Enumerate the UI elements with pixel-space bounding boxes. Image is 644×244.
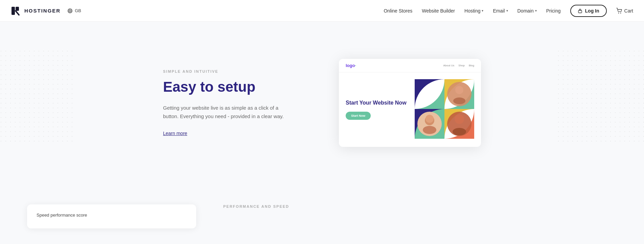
chevron-down-icon: ▾ [535, 9, 537, 13]
mockup-cta-button: Start Now [346, 112, 371, 120]
mockup-text-area: Start Your Website Now Start Now [346, 99, 409, 120]
svg-point-23 [455, 114, 464, 124]
login-button[interactable]: Log In [570, 5, 607, 17]
mockup-logo: logo· [346, 63, 356, 68]
easy-setup-text-area: SIMPLE AND INTUITIVE Easy to setup Getti… [163, 69, 312, 136]
main-content: SIMPLE AND INTUITIVE Easy to setup Getti… [0, 0, 644, 244]
lock-icon [578, 8, 582, 13]
mockup-nav-link-blog: Blog [469, 64, 474, 67]
svg-rect-1 [16, 7, 19, 11]
nav-right: Online Stores Website Builder Hosting ▾ … [384, 5, 633, 17]
svg-point-15 [423, 126, 436, 134]
svg-point-22 [453, 128, 466, 135]
svg-point-20 [455, 86, 463, 94]
nav-pricing[interactable]: Pricing [546, 8, 561, 14]
brand-name: HOSTINGER [24, 8, 61, 14]
mockup-nav-link-about: About Us [443, 64, 454, 67]
easy-setup-mockup: logo· About Us Shop Blog Start Your Webs… [339, 59, 481, 147]
shapes-svg [415, 79, 474, 139]
learn-more-link[interactable]: Learn more [163, 131, 187, 136]
mockup-navbar: logo· About Us Shop Blog [339, 59, 481, 72]
nav-left: HOSTINGER GB [11, 5, 84, 16]
svg-point-9 [620, 13, 621, 13]
nav-website-builder[interactable]: Website Builder [422, 8, 455, 14]
mockup-nav-link-shop: Shop [458, 64, 465, 67]
speed-performance-title: Speed performance score [37, 213, 187, 218]
performance-right: PERFORMANCE AND SPEED [223, 204, 392, 214]
nav-hosting[interactable]: Hosting ▾ [464, 8, 483, 14]
nav-online-stores[interactable]: Online Stores [384, 8, 412, 14]
mockup-shapes-grid [415, 79, 474, 140]
decorative-dots-left [0, 49, 74, 143]
cart-button[interactable]: Cart [616, 8, 633, 14]
easy-setup-description: Getting your website live is as simple a… [163, 104, 292, 121]
navbar: HOSTINGER GB Online Stores Website Build… [0, 0, 644, 22]
easy-setup-title: Easy to setup [163, 79, 312, 95]
svg-point-19 [453, 97, 465, 104]
performance-left: Speed performance score [27, 204, 196, 228]
decorative-dots-right [556, 49, 644, 143]
mockup-nav-links: About Us Shop Blog [443, 64, 474, 67]
mockup-content: Start Your Website Now Start Now [339, 72, 481, 147]
speed-performance-card: Speed performance score [27, 204, 196, 228]
svg-point-8 [618, 13, 619, 13]
nav-domain[interactable]: Domain ▾ [518, 8, 537, 14]
svg-rect-7 [578, 10, 582, 13]
svg-rect-0 [12, 7, 15, 15]
chevron-down-icon: ▾ [506, 9, 508, 13]
section-performance: Speed performance score PERFORMANCE AND … [0, 184, 644, 244]
chevron-down-icon: ▾ [482, 9, 483, 13]
website-mockup-card: logo· About Us Shop Blog Start Your Webs… [339, 59, 481, 147]
locale-selector[interactable]: GB [65, 7, 84, 15]
section-easy-to-setup: SIMPLE AND INTUITIVE Easy to setup Getti… [0, 22, 644, 184]
svg-point-17 [426, 115, 434, 123]
cart-icon [616, 8, 622, 14]
performance-tag: PERFORMANCE AND SPEED [223, 204, 392, 208]
mockup-headline: Start Your Website Now [346, 99, 409, 107]
easy-setup-tag: SIMPLE AND INTUITIVE [163, 69, 312, 73]
brand-logo[interactable]: HOSTINGER [11, 5, 61, 16]
nav-email[interactable]: Email ▾ [493, 8, 508, 14]
locale-label: GB [75, 8, 81, 13]
